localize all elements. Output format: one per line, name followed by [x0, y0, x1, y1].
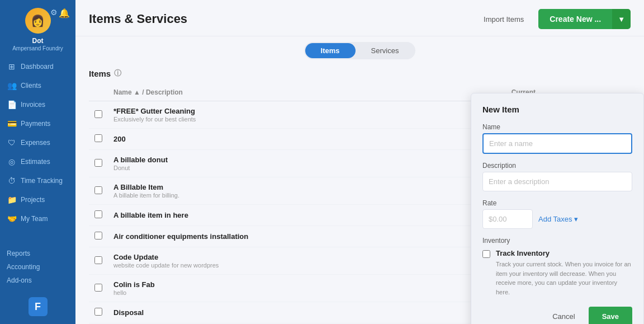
rate-label: Rate — [482, 199, 632, 207]
row-name-desc: Disposal — [108, 302, 457, 323]
item-name: 200 — [113, 135, 451, 143]
tabs-bar: Items Services — [75, 36, 644, 59]
inventory-label: Inventory — [482, 237, 632, 245]
save-button[interactable]: Save — [589, 307, 632, 324]
name-input[interactable] — [482, 133, 632, 154]
description-input[interactable] — [482, 172, 632, 191]
new-item-panel: New Item Name Description Rate Add Taxes… — [471, 93, 644, 324]
track-inventory-checkbox[interactable] — [482, 250, 490, 258]
row-checkbox-cell — [89, 101, 108, 129]
track-inventory-desc: Track your current stock. When you invoi… — [496, 260, 632, 297]
main-content: Items & Services Import Items Create New… — [75, 0, 644, 324]
row-checkbox[interactable] — [94, 284, 102, 292]
sidebar-item-clients[interactable]: 👥 Clients — [0, 76, 75, 95]
sidebar-bottom-reports[interactable]: Reports — [7, 247, 69, 260]
cancel-button[interactable]: Cancel — [546, 308, 581, 324]
sidebar-item-dashboard[interactable]: ⊞ Dashboard — [0, 57, 75, 76]
bell-icon[interactable]: 🔔 — [59, 8, 70, 18]
items-section: Items ⓘ Name ▲ / Description Current *FR… — [75, 59, 644, 324]
item-name: Air conditioner equipments installation — [113, 232, 451, 241]
rate-row: Add Taxes ▾ — [482, 209, 632, 229]
create-new-chevron-button[interactable]: ▼ — [612, 9, 631, 29]
sidebar-bottom-add-ons[interactable]: Add-ons — [7, 274, 69, 287]
row-checkbox[interactable] — [94, 210, 102, 218]
sidebar-item-invoices[interactable]: 📄 Invoices — [0, 95, 75, 114]
nav-icon-estimates: ◎ — [7, 157, 17, 166]
nav-icon-clients: 👥 — [7, 81, 17, 90]
item-desc: website code update for new wordpres — [113, 262, 451, 269]
sidebar-item-my-team[interactable]: 🤝 My Team — [0, 209, 75, 228]
sidebar-item-label-dashboard: Dashboard — [21, 63, 54, 71]
row-name-desc: A billable item in here — [108, 205, 457, 226]
row-checkbox-cell — [89, 226, 108, 247]
nav-icon-invoices: 📄 — [7, 100, 17, 109]
sidebar-item-expenses[interactable]: 🛡 Expenses — [0, 133, 75, 152]
row-name-desc: Code Update website code update for new … — [108, 247, 457, 275]
row-checkbox[interactable] — [94, 134, 102, 142]
tab-items[interactable]: Items — [305, 43, 356, 58]
gear-icon[interactable]: ⚙ — [50, 8, 58, 17]
item-name: Colin is Fab — [113, 280, 451, 289]
sidebar-item-label-clients: Clients — [21, 82, 41, 90]
row-checkbox-cell — [89, 302, 108, 323]
row-checkbox[interactable] — [94, 256, 102, 264]
description-label: Description — [482, 162, 632, 170]
track-inventory-content: Track Inventory Track your current stock… — [496, 249, 632, 297]
name-field-group: Name — [482, 123, 632, 154]
freshbooks-f-icon: F — [29, 297, 48, 316]
row-checkbox-cell — [89, 150, 108, 177]
header-actions: Import Items Create New ... ▼ — [476, 9, 631, 29]
user-name: Dot — [32, 37, 44, 45]
row-checkbox-cell — [89, 275, 108, 302]
item-name: A billable item in here — [113, 211, 451, 219]
row-checkbox[interactable] — [94, 110, 102, 118]
row-checkbox[interactable] — [94, 159, 102, 167]
sidebar-bottom: ReportsAccountingAdd-ons — [0, 242, 75, 292]
create-new-wrapper: Create New ... ▼ — [538, 9, 631, 29]
track-inventory-row: Track Inventory Track your current stock… — [482, 249, 632, 297]
sidebar: 🔔 ⚙ 👩 Dot Ampersand Foundry ⊞ Dashboard👥… — [0, 0, 75, 324]
sidebar-item-label-time-tracking: Time Tracking — [21, 177, 63, 185]
nav-icon-time-tracking: ⏱ — [7, 176, 17, 185]
row-checkbox[interactable] — [94, 186, 102, 194]
create-new-button[interactable]: Create New ... — [538, 9, 612, 29]
nav-icon-expenses: 🛡 — [7, 138, 17, 147]
item-name: *FREE* Gutter Cleaning — [113, 107, 451, 115]
name-desc-col[interactable]: Name ▲ / Description — [108, 84, 457, 101]
items-heading-text: Items — [89, 69, 111, 78]
row-name-desc: A Billable Item A billable item for bill… — [108, 177, 457, 205]
rate-input[interactable] — [482, 209, 533, 229]
tab-services[interactable]: Services — [356, 43, 415, 58]
section-heading: Items ⓘ — [89, 68, 631, 78]
item-desc: A billable item for billing. — [113, 192, 451, 199]
row-checkbox-cell — [89, 247, 108, 275]
row-checkbox[interactable] — [94, 308, 102, 316]
nav-icon-projects: 📁 — [7, 195, 17, 204]
item-name: Disposal — [113, 308, 451, 317]
row-checkbox[interactable] — [94, 232, 102, 240]
chevron-down-icon: ▾ — [574, 215, 578, 223]
add-taxes-label: Add Taxes — [538, 215, 572, 223]
info-icon[interactable]: ⓘ — [114, 68, 121, 78]
item-name: Code Update — [113, 253, 451, 261]
user-company: Ampersand Foundry — [12, 45, 63, 51]
add-taxes-button[interactable]: Add Taxes ▾ — [538, 215, 578, 223]
sidebar-bottom-accounting[interactable]: Accounting — [7, 260, 69, 274]
row-name-desc: A billable donut Donut — [108, 150, 457, 177]
sidebar-nav: ⊞ Dashboard👥 Clients📄 Invoices💳 Payments… — [0, 57, 75, 242]
track-inventory-title: Track Inventory — [496, 249, 632, 257]
nav-icon-my-team: 🤝 — [7, 214, 17, 223]
import-items-button[interactable]: Import Items — [476, 11, 532, 28]
rate-field-group: Rate Add Taxes ▾ — [482, 199, 632, 229]
sidebar-item-projects[interactable]: 📁 Projects — [0, 190, 75, 209]
item-name: A Billable Item — [113, 183, 451, 191]
item-desc: hello — [113, 289, 451, 296]
sidebar-top: 🔔 ⚙ 👩 Dot Ampersand Foundry — [0, 0, 75, 57]
header: Items & Services Import Items Create New… — [75, 0, 644, 36]
sidebar-item-estimates[interactable]: ◎ Estimates — [0, 152, 75, 171]
row-name-desc: 200 — [108, 129, 457, 150]
nav-icon-dashboard: ⊞ — [7, 62, 17, 71]
sidebar-item-time-tracking[interactable]: ⏱ Time Tracking — [0, 171, 75, 190]
page-title: Items & Services — [89, 12, 187, 26]
sidebar-item-payments[interactable]: 💳 Payments — [0, 114, 75, 133]
